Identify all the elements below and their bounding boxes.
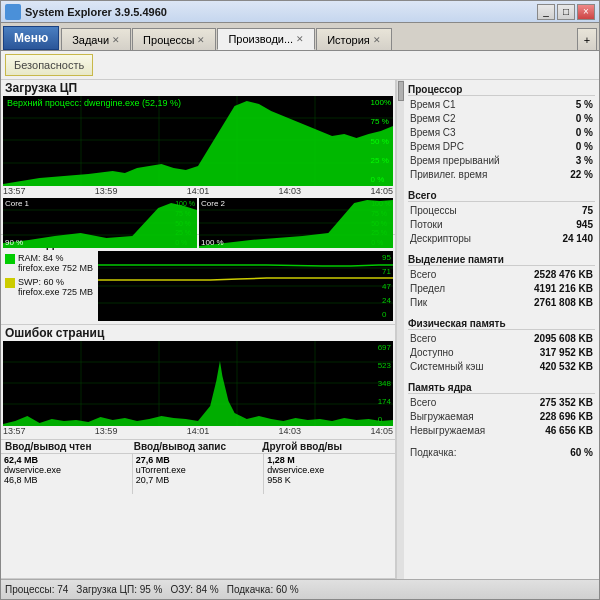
info-row-c3: Время C3 0 %	[408, 126, 595, 140]
core2-label: Core 2	[201, 199, 225, 208]
close-button[interactable]: ×	[577, 4, 595, 20]
menu-button[interactable]: Меню	[3, 26, 59, 50]
tab-history-close[interactable]: ✕	[373, 35, 381, 45]
info-row-priv: Привилег. время 22 %	[408, 168, 595, 182]
processor-title: Процессор	[408, 84, 595, 96]
info-row-processes: Процессы 75	[408, 204, 595, 218]
io-header: Ввод/вывод чтен Ввод/вывод запис Другой …	[1, 440, 395, 454]
info-row-c2: Время C2 0 %	[408, 112, 595, 126]
io-body: 62,4 MB dwservice.exe 46,8 MB 27,6 MB uT…	[1, 454, 395, 494]
status-swap: Подкачка: 60 %	[227, 584, 299, 595]
cpu-chart-svg	[3, 96, 393, 186]
tab-performance-close[interactable]: ✕	[296, 34, 304, 44]
swap-color-swatch	[5, 278, 15, 288]
svg-marker-7	[3, 101, 393, 186]
svg-marker-26	[3, 361, 393, 426]
kernel-memory-title: Память ядра	[408, 382, 595, 394]
tab-tasks[interactable]: Задачи ✕	[61, 28, 131, 50]
info-row-km-nonpaged: Невыгружаемая 46 656 KB	[408, 424, 595, 438]
info-row-c1: Время C1 5 %	[408, 98, 595, 112]
info-row-interrupts: Время прерываний 3 %	[408, 154, 595, 168]
app-icon	[5, 4, 21, 20]
swap-info-section: Подкачка: 60 %	[408, 446, 595, 460]
right-panel: Процессор Время C1 5 % Время C2 0 % Врем…	[404, 80, 599, 579]
info-row-pm-avail: Доступно 317 952 KB	[408, 346, 595, 360]
core1-pct: 90 %	[5, 238, 23, 247]
scroll-thumb[interactable]	[398, 81, 404, 101]
io-col-other: 1,28 M dwservice.exe 958 K	[264, 454, 395, 494]
left-panel: Загрузка ЦП Верхний процесс: dwengine.ex…	[1, 80, 396, 579]
core1-chart: Core 1 90 % 100 % 75 % 50 % 25 % 0 %	[3, 198, 197, 248]
info-row-pm-total: Всего 2095 608 KB	[408, 332, 595, 346]
io-section: Ввод/вывод чтен Ввод/вывод запис Другой …	[1, 440, 395, 579]
pagefault-section: Ошибок страниц 697 523 348 174 0	[1, 325, 395, 440]
core1-label: Core 1	[5, 199, 29, 208]
info-row-vm-total: Всего 2528 476 KB	[408, 268, 595, 282]
main-content: Загрузка ЦП Верхний процесс: dwengine.ex…	[1, 80, 599, 579]
virtual-memory-section: Выделение памяти Всего 2528 476 KB Преде…	[408, 254, 595, 310]
status-cpu: Загрузка ЦП: 95 %	[76, 584, 162, 595]
tabs-bar: Меню Задачи ✕ Процессы ✕ Производи... ✕ …	[1, 23, 599, 51]
physical-memory-title: Физическая память	[408, 318, 595, 330]
core2-chart: Core 2 100 % 100 % 75 % 50 % 25 % 0 %	[199, 198, 393, 248]
cpu-header: Загрузка ЦП	[1, 80, 395, 96]
maximize-button[interactable]: □	[557, 4, 575, 20]
kernel-memory-section: Память ядра Всего 275 352 KB Выгружаемая…	[408, 382, 595, 438]
tab-history[interactable]: История ✕	[316, 28, 392, 50]
info-row-handles: Дескрипторы 24 140	[408, 232, 595, 246]
cpu-section: Загрузка ЦП Верхний процесс: dwengine.ex…	[1, 80, 395, 235]
info-row-km-total: Всего 275 352 KB	[408, 396, 595, 410]
info-row-swap: Подкачка: 60 %	[408, 446, 595, 460]
ram-legend-swap: SWP: 60 %firefox.exe 725 MB	[5, 277, 96, 297]
info-row-vm-peak: Пик 2761 808 KB	[408, 296, 595, 310]
tab-tasks-close[interactable]: ✕	[112, 35, 120, 45]
ram-color-swatch	[5, 254, 15, 264]
info-row-km-paged: Выгружаемая 228 696 KB	[408, 410, 595, 424]
security-button[interactable]: Безопасность	[5, 54, 93, 76]
io-col-write: 27,6 MB uTorrent.exe 20,7 MB	[133, 454, 265, 494]
cpu-y-axis: 100% 75 % 50 % 25 % 0 %	[371, 96, 391, 186]
io-col-read: 62,4 MB dwservice.exe 46,8 MB	[1, 454, 133, 494]
window-title: System Explorer 3.9.5.4960	[25, 6, 537, 18]
pagefault-chart: 697 523 348 174 0	[3, 341, 393, 426]
ram-chart: 95 71 47 24 0	[98, 251, 393, 321]
main-window: System Explorer 3.9.5.4960 _ □ × Меню За…	[0, 0, 600, 600]
scrollbar[interactable]	[396, 80, 404, 579]
pagefault-x-axis: 13:57 13:59 14:01 14:03 14:05	[1, 426, 395, 436]
tab-processes-close[interactable]: ✕	[197, 35, 205, 45]
physical-memory-section: Физическая память Всего 2095 608 KB Дост…	[408, 318, 595, 374]
status-ram: ОЗУ: 84 %	[171, 584, 219, 595]
pagefault-header: Ошибок страниц	[1, 325, 395, 341]
title-bar: System Explorer 3.9.5.4960 _ □ ×	[1, 1, 599, 23]
ram-legend-ram: RAM: 84 %firefox.exe 752 MB	[5, 253, 96, 273]
window-controls: _ □ ×	[537, 4, 595, 20]
new-tab-button[interactable]: +	[577, 28, 597, 50]
cpu-x-axis: 13:57 13:59 14:01 14:03 14:05	[1, 186, 395, 196]
tab-processes[interactable]: Процессы ✕	[132, 28, 216, 50]
virtual-memory-title: Выделение памяти	[408, 254, 595, 266]
ram-section: ОЗУ/подкачка RAM: 84 %firefox.exe 752 MB…	[1, 235, 395, 325]
svg-marker-15	[199, 200, 393, 248]
ram-legend: RAM: 84 %firefox.exe 752 MB SWP: 60 %fir…	[3, 251, 98, 321]
core2-pct: 100 %	[201, 238, 224, 247]
status-processes: Процессы: 74	[5, 584, 68, 595]
total-section: Всего Процессы 75 Потоки 945 Дескрипторы…	[408, 190, 595, 246]
processor-section: Процессор Время C1 5 % Время C2 0 % Врем…	[408, 84, 595, 182]
ram-content: RAM: 84 %firefox.exe 752 MB SWP: 60 %fir…	[3, 251, 393, 321]
cpu-main-chart: Верхний процесс: dwengine.exe (52,19 %) …	[3, 96, 393, 186]
info-row-dpc: Время DPC 0 %	[408, 140, 595, 154]
info-row-threads: Потоки 945	[408, 218, 595, 232]
tab-performance[interactable]: Производи... ✕	[217, 28, 315, 50]
cpu-top-process-label: Верхний процесс: dwengine.exe (52,19 %)	[4, 97, 184, 109]
total-title: Всего	[408, 190, 595, 202]
minimize-button[interactable]: _	[537, 4, 555, 20]
toolbar: Безопасность	[1, 51, 599, 80]
info-row-pm-cache: Системный кэш 420 532 KB	[408, 360, 595, 374]
status-bar: Процессы: 74 Загрузка ЦП: 95 % ОЗУ: 84 %…	[1, 579, 599, 599]
info-row-vm-limit: Предел 4191 216 KB	[408, 282, 595, 296]
